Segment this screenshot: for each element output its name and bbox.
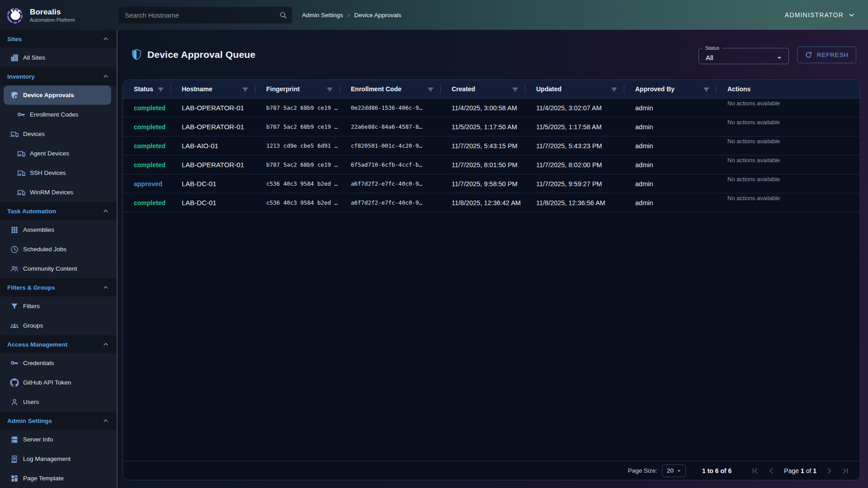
actions-cell: No actions available: [717, 99, 860, 117]
chevron-up-icon: [102, 73, 109, 80]
filter-icon[interactable]: [703, 85, 710, 93]
page-size-select[interactable]: 20: [662, 465, 686, 477]
row-range-text: 1 to 6 of 6: [702, 467, 731, 474]
filter-icon[interactable]: [610, 85, 618, 93]
updated-cell: 11/5/2025, 1:17:58 AM: [525, 117, 624, 136]
sidebar-section-admin-settings[interactable]: Admin Settings: [0, 412, 117, 430]
approved-by-cell: admin: [624, 193, 717, 212]
enrollment-code-cell: 6f5ad710-6cfb-4ccf-b…: [340, 155, 441, 174]
status-filter-select[interactable]: Status All: [698, 45, 789, 64]
fingerprint-cell: c536 40c3 9584 b2ed …: [255, 174, 340, 193]
filter-icon[interactable]: [511, 85, 519, 93]
sidebar-item-devices[interactable]: Devices: [0, 124, 117, 144]
next-page-button[interactable]: [825, 466, 834, 475]
sidebar-item-assemblies[interactable]: Assemblies: [0, 220, 117, 239]
chevron-up-icon: [102, 341, 109, 348]
sidebar-section-label: Inventory: [7, 73, 35, 80]
created-cell: 11/7/2025, 8:01:50 PM: [441, 155, 525, 174]
sidebar-item-page-template[interactable]: Page Template: [0, 469, 117, 488]
actions-cell: No actions available: [717, 117, 860, 136]
main-content: Device Approval Queue Status All REFRESH…: [118, 30, 868, 488]
sidebar-item-label: SSH Devices: [30, 169, 66, 176]
sidebar-item-label: WinRM Devices: [30, 189, 73, 196]
building-icon: [10, 53, 19, 62]
brand-subtitle: Automation Platform: [30, 17, 75, 23]
search-box[interactable]: [118, 7, 292, 23]
last-page-button[interactable]: [841, 466, 850, 475]
filter-icon[interactable]: [241, 85, 249, 93]
chevron-up-icon: [102, 417, 109, 424]
sidebar-item-community-content[interactable]: Community Content: [0, 259, 117, 278]
refresh-button[interactable]: REFRESH: [797, 47, 856, 63]
sidebar-item-ssh-devices[interactable]: SSH Devices: [0, 163, 117, 183]
approved-by-cell: admin: [624, 136, 717, 155]
breadcrumb-device-approvals[interactable]: Device Approvals: [354, 12, 401, 19]
status-cell: approved: [123, 174, 171, 193]
sidebar-section-filters-groups[interactable]: Filters & Groups: [0, 278, 117, 296]
sidebar-item-users[interactable]: Users: [0, 392, 117, 412]
devices-icon: [17, 169, 26, 178]
topbar: Borealis Automation Platform Admin Setti…: [0, 0, 868, 30]
sidebar-item-scheduled-jobs[interactable]: Scheduled Jobs: [0, 239, 117, 259]
sidebar-item-label: GitHub API Token: [23, 379, 71, 386]
breadcrumb-separator: ›: [348, 11, 350, 19]
column-header-fingerprint: Fingerprint: [255, 80, 340, 98]
user-icon: [10, 398, 19, 407]
updated-cell: 11/7/2025, 9:59:27 PM: [525, 174, 624, 193]
prev-page-button[interactable]: [767, 466, 776, 475]
sidebar-item-agent-devices[interactable]: Agent Devices: [0, 144, 117, 163]
sidebar-item-all-sites[interactable]: All Sites: [0, 48, 117, 67]
sidebar-section-task-automation[interactable]: Task Automation: [0, 202, 117, 220]
search-input[interactable]: [118, 11, 292, 19]
fingerprint-cell: b787 5ac2 68b9 ce19 …: [255, 117, 340, 136]
filter-icon[interactable]: [326, 85, 334, 93]
sidebar-item-github-api-token[interactable]: GitHub API Token: [0, 373, 117, 392]
sidebar-section-inventory[interactable]: Inventory: [0, 67, 117, 85]
sidebar-item-label: Filters: [23, 303, 40, 310]
column-header-actions: Actions: [717, 80, 860, 98]
enrollment-code-cell: 0e22dd86-1536-406c-9…: [340, 99, 441, 117]
column-label: Status: [134, 85, 153, 93]
clock-icon: [10, 245, 19, 254]
people-icon: [10, 264, 19, 273]
actions-cell: No actions available: [717, 174, 860, 193]
layout-icon: [10, 474, 19, 483]
sidebar-section-sites[interactable]: Sites: [0, 30, 117, 48]
column-label: Created: [452, 85, 475, 93]
actions-cell: No actions available: [717, 193, 860, 212]
log-icon: [10, 455, 19, 464]
table-row: completedLAB-AIO-011213 cd9e cbe5 6d91 ……: [123, 136, 860, 155]
sidebar-item-groups[interactable]: Groups: [0, 316, 117, 335]
first-page-button[interactable]: [750, 466, 760, 475]
enrollment-code-cell: a6f7d2f2-e7fc-40c0-9…: [340, 174, 441, 193]
current-page-number: 1: [801, 467, 804, 474]
sidebar-section-access-management[interactable]: Access Management: [0, 335, 117, 353]
sidebar-item-label: Log Management: [23, 455, 71, 462]
status-filter-label: Status: [703, 45, 722, 51]
sidebar-item-enrollment-codes[interactable]: Enrollment Codes: [0, 105, 117, 124]
brand: Borealis Automation Platform: [0, 5, 118, 25]
sidebar-item-log-management[interactable]: Log Management: [0, 449, 117, 469]
pagination-bar: Page Size: 20 1 to 6 of 6 Page 1 of 1: [123, 461, 860, 480]
borealis-logo-icon: [5, 5, 25, 25]
sidebar-item-filters[interactable]: Filters: [0, 296, 117, 316]
status-cell: completed: [123, 193, 171, 212]
breadcrumb-admin-settings[interactable]: Admin Settings: [302, 12, 343, 19]
sidebar-item-label: Assemblies: [23, 226, 54, 233]
created-cell: 11/7/2025, 5:43:15 PM: [441, 136, 525, 155]
sidebar-item-server-info[interactable]: Server Info: [0, 430, 117, 449]
sidebar-item-winrm-devices[interactable]: WinRM Devices: [0, 183, 117, 202]
hostname-cell: LAB-OPERATOR-01: [171, 117, 255, 136]
sidebar-item-label: Scheduled Jobs: [23, 246, 66, 253]
github-icon: [10, 378, 19, 387]
created-cell: 11/8/2025, 12:36:42 AM: [441, 193, 525, 212]
key-icon: [10, 359, 19, 368]
page-word: Page: [784, 467, 799, 474]
fingerprint-cell: b787 5ac2 68b9 ce19 …: [255, 99, 340, 117]
filter-icon[interactable]: [427, 85, 434, 93]
sidebar: SitesAll SitesInventoryDevice ApprovalsE…: [0, 30, 118, 488]
user-menu[interactable]: ADMINISTRATOR: [785, 11, 855, 19]
sidebar-item-device-approvals[interactable]: Device Approvals: [4, 85, 111, 105]
sidebar-item-credentials[interactable]: Credentials: [0, 353, 117, 373]
filter-icon[interactable]: [157, 85, 165, 93]
